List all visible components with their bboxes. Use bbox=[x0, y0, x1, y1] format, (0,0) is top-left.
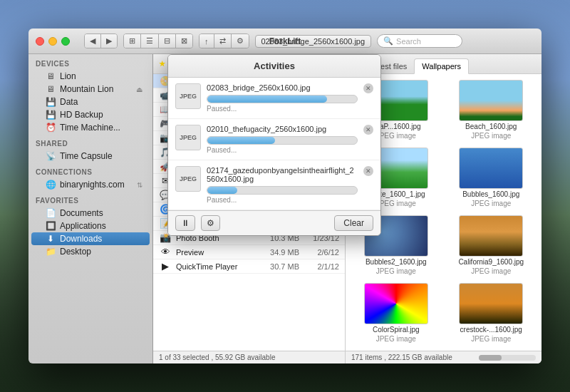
sidebar-item-desktop[interactable]: 📁 Desktop bbox=[31, 245, 150, 258]
sidebar-item-label: HD Backup bbox=[60, 110, 103, 120]
wallpaper-thumb bbox=[364, 283, 428, 324]
activity-progress-1 bbox=[207, 95, 358, 103]
file-row[interactable]: 👁 Preview 34.9 MB 2/6/12 bbox=[153, 245, 345, 259]
sidebar-item-applications[interactable]: 🔲 Applications bbox=[31, 220, 150, 232]
file-icon: ▶ bbox=[159, 261, 172, 272]
action-button[interactable]: ⚙ bbox=[232, 34, 249, 48]
traffic-lights bbox=[36, 37, 70, 46]
sync-button[interactable]: ⇄ bbox=[214, 34, 232, 48]
activity-filename-2: 02010_thefugacity_2560x1600.jpg bbox=[207, 125, 358, 133]
grid-view-button[interactable]: ⊠ bbox=[176, 34, 192, 48]
connect-icon: ⇅ bbox=[137, 181, 142, 189]
tab-wallpapers[interactable]: Wallpapers bbox=[414, 58, 469, 74]
wallpaper-type: JPEG image bbox=[376, 132, 416, 140]
activity-bar-2 bbox=[207, 137, 275, 144]
wallpaper-item[interactable]: ColorSpiral.jpg JPEG image bbox=[351, 283, 441, 345]
shared-header: SHARED bbox=[28, 134, 152, 150]
wallpaper-item[interactable]: California9_1600.jpg JPEG image bbox=[447, 215, 537, 277]
view-buttons: ⊞ ☰ ⊟ ⊠ bbox=[123, 33, 193, 48]
gear-button[interactable]: ⚙ bbox=[201, 215, 220, 231]
sidebar: DEVICES 🖥 Lion 🖥 Mountain Lion ⏏ 💾 Data … bbox=[28, 54, 153, 363]
activity-thumb-1: JPEG bbox=[175, 83, 201, 109]
wallpaper-type: JPEG image bbox=[471, 267, 511, 275]
activity-close-2[interactable]: ✕ bbox=[363, 125, 373, 135]
file-size: 30.7 MB bbox=[260, 262, 299, 271]
activity-progress-3 bbox=[207, 186, 358, 195]
downloads-icon: ⬇ bbox=[46, 234, 56, 244]
data-icon: 💾 bbox=[46, 97, 56, 107]
sidebar-item-binarynights[interactable]: 🌐 binarynights.com ⇅ bbox=[31, 178, 150, 191]
list-view-button[interactable]: ☰ bbox=[141, 34, 159, 48]
sidebar-item-time-machine[interactable]: ⏰ Time Machine... bbox=[31, 121, 150, 134]
sidebar-item-documents[interactable]: 📄 Documents bbox=[31, 207, 150, 220]
sidebar-item-label: binarynights.com bbox=[60, 180, 125, 190]
activity-info-1: 02083_bridge_2560x1600.jpg Paused... bbox=[207, 83, 358, 113]
sidebar-item-mountain-lion[interactable]: 🖥 Mountain Lion ⏏ bbox=[31, 83, 150, 96]
activity-bar-3 bbox=[207, 187, 237, 194]
sidebar-item-downloads[interactable]: ⬇ Downloads bbox=[31, 232, 150, 245]
wallpaper-type: JPEG image bbox=[376, 267, 416, 275]
nav-buttons: ◀ ▶ bbox=[84, 33, 118, 48]
eject-icon[interactable]: ⏏ bbox=[136, 86, 142, 93]
binarynights-icon: 🌐 bbox=[46, 180, 56, 190]
sidebar-item-time-capsule[interactable]: 📡 Time Capsule bbox=[31, 150, 150, 163]
sidebar-item-lion[interactable]: 🖥 Lion bbox=[31, 70, 150, 83]
devices-header: DEVICES bbox=[28, 54, 152, 70]
activity-item-3: JPEG 02174_gazeduponbyangelsintheairflig… bbox=[168, 160, 380, 210]
file-name: QuickTime Player bbox=[176, 262, 256, 271]
wallpaper-item[interactable]: Beach_1600.jpg JPEG image bbox=[447, 80, 537, 142]
search-bar[interactable]: 🔍 Search bbox=[377, 34, 462, 48]
documents-icon: 📄 bbox=[46, 208, 56, 218]
col-view-button[interactable]: ⊟ bbox=[159, 34, 176, 48]
file-date: 2/6/12 bbox=[304, 248, 339, 257]
sidebar-item-hd-backup[interactable]: 💾 HD Backup bbox=[31, 108, 150, 121]
wallpaper-thumb bbox=[459, 283, 523, 324]
activity-thumb-2: JPEG bbox=[175, 125, 201, 150]
wallpaper-name: California9_1600.jpg bbox=[458, 258, 524, 266]
sidebar-item-label: Time Capsule bbox=[60, 151, 113, 161]
right-footer-text: 171 items , 222.15 GB available bbox=[351, 354, 452, 361]
lion-icon: 🖥 bbox=[46, 71, 56, 81]
wallpaper-item[interactable]: crestock-...1600.jpg JPEG image bbox=[447, 283, 537, 345]
wallpaper-name: ColorSpiral.jpg bbox=[373, 326, 420, 334]
minimize-button[interactable] bbox=[48, 37, 57, 46]
connections-header: CONNECTIONS bbox=[28, 163, 152, 178]
wallpaper-item[interactable]: Bubbles_1600.jpg JPEG image bbox=[447, 148, 537, 210]
activity-progress-2 bbox=[207, 136, 358, 145]
file-date: 2/1/12 bbox=[304, 262, 339, 271]
wallpaper-type: JPEG image bbox=[471, 200, 511, 207]
activity-close-1[interactable]: ✕ bbox=[363, 83, 373, 93]
wallpaper-name: Bubbles_1600.jpg bbox=[462, 190, 519, 198]
activities-footer: ⏸ ⚙ Clear bbox=[168, 210, 380, 235]
sidebar-item-label: Lion bbox=[60, 71, 76, 81]
time-machine-icon: ⏰ bbox=[46, 123, 56, 133]
file-size: 34.9 MB bbox=[260, 248, 299, 257]
search-icon: 🔍 bbox=[383, 36, 393, 46]
action-buttons: ↑ ⇄ ⚙ bbox=[199, 33, 249, 48]
file-name: Preview bbox=[176, 248, 256, 257]
file-row[interactable]: ▶ QuickTime Player 30.7 MB 2/1/12 bbox=[153, 259, 345, 274]
activity-status-3: Paused... bbox=[207, 196, 358, 204]
sidebar-item-label: Time Machine... bbox=[60, 123, 120, 133]
activity-close-3[interactable]: ✕ bbox=[363, 166, 373, 176]
back-button[interactable]: ◀ bbox=[85, 34, 101, 48]
hd-backup-icon: 💾 bbox=[46, 110, 56, 120]
activity-status-2: Paused... bbox=[207, 146, 358, 154]
forward-button[interactable]: ▶ bbox=[101, 34, 117, 48]
main-window: ◀ ▶ ⊞ ☰ ⊟ ⊠ ↑ ⇄ ⚙ 02083_bridge_2560x1600… bbox=[28, 29, 542, 363]
clear-button[interactable]: Clear bbox=[334, 215, 373, 231]
pause-button[interactable]: ⏸ bbox=[175, 215, 195, 231]
wallpaper-type: JPEG image bbox=[471, 132, 511, 140]
maximize-button[interactable] bbox=[61, 37, 70, 46]
file-icon: 👁 bbox=[159, 247, 172, 257]
sidebar-item-label: Downloads bbox=[60, 234, 102, 244]
close-button[interactable] bbox=[36, 37, 44, 46]
icon-view-button[interactable]: ⊞ bbox=[124, 34, 141, 48]
file-list-footer: 1 of 33 selected , 55.92 GB available bbox=[153, 351, 345, 363]
sidebar-item-label: Applications bbox=[60, 221, 106, 231]
desktop-icon: 📁 bbox=[46, 247, 56, 257]
sidebar-item-data[interactable]: 💾 Data bbox=[31, 96, 150, 108]
wallpaper-name: Bubbles2_1600.jpg bbox=[366, 258, 427, 266]
mountain-lion-icon: 🖥 bbox=[46, 84, 56, 94]
share-button[interactable]: ↑ bbox=[200, 34, 214, 48]
